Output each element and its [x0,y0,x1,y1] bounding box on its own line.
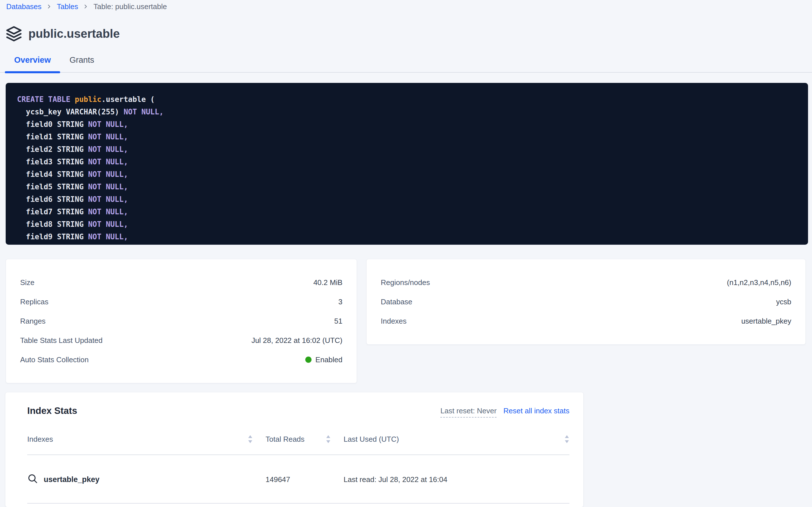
column-header-indexes[interactable]: Indexes [27,435,265,444]
sql-line: CREATE TABLE public.usertable ( [17,93,808,106]
sql-line: field3 STRING NOT NULL, [17,156,808,168]
sql-line: field5 STRING NOT NULL, [17,180,808,193]
column-header-total-reads[interactable]: Total Reads [265,435,343,444]
total-reads-value: 149647 [265,475,343,484]
detail-label: Table Stats Last Updated [20,336,103,345]
table-meta-card: Regions/nodes(n1,n2,n3,n4,n5,n6)Database… [366,259,806,345]
breadcrumb-tables[interactable]: Tables [57,2,78,11]
sort-icon[interactable] [248,435,253,444]
detail-label: Indexes [381,317,407,326]
detail-row: Size40.2 MiB [20,273,342,292]
sql-line: field4 STRING NOT NULL, [17,168,808,180]
page-title: public.usertable [28,27,120,41]
sql-line: field1 STRING NOT NULL, [17,130,808,143]
detail-value: 3 [338,297,342,306]
breadcrumb-current: Table: public.usertable [93,2,167,11]
create-table-sql-block: CREATE TABLE public.usertable ( ycsb_key… [6,83,808,245]
column-header-last-used[interactable]: Last Used (UTC) [343,435,569,444]
sql-line: ycsb_key VARCHAR(255) NOT NULL, [17,106,808,118]
last-used-value: Last read: Jul 28, 2022 at 16:04 [343,475,569,484]
detail-row: Databaseycsb [381,292,791,312]
detail-value: (n1,n2,n3,n4,n5,n6) [727,278,791,287]
detail-label: Replicas [20,297,49,306]
detail-label: Regions/nodes [381,278,430,287]
detail-value: Jul 28, 2022 at 16:02 (UTC) [251,336,342,345]
search-icon [27,473,38,486]
tabs-bar: Overview Grants [0,55,812,73]
detail-value: Enabled [305,355,342,364]
reset-index-stats-link[interactable]: Reset all index stats [503,406,569,415]
sql-line: field9 STRING NOT NULL, [17,230,808,243]
chevron-right-icon [46,3,52,10]
sql-line: field6 STRING NOT NULL, [17,193,808,206]
index-table-header: Indexes Total Reads Last Used (UTC) [27,435,569,455]
table-details-card: Size40.2 MiBReplicas3Ranges51Table Stats… [6,259,357,383]
detail-row: Replicas3 [20,292,342,312]
detail-row: Indexesusertable_pkey [381,312,791,331]
layers-icon [6,25,22,42]
sql-line: field7 STRING NOT NULL, [17,206,808,218]
page-header: public.usertable [6,25,812,42]
detail-row: Regions/nodes(n1,n2,n3,n4,n5,n6) [381,273,791,292]
detail-label: Auto Stats Collection [20,355,88,364]
detail-label: Size [20,278,35,287]
sql-line: field8 STRING NOT NULL, [17,218,808,230]
index-name-link[interactable]: usertable_pkey [27,473,265,486]
breadcrumb-databases[interactable]: Databases [6,2,42,11]
index-table-body: usertable_pkey149647Last read: Jul 28, 2… [27,455,569,504]
index-stats-card: Index Stats Last reset: Never Reset all … [5,392,583,507]
index-name: usertable_pkey [44,475,100,484]
detail-value: 51 [334,317,342,326]
status-dot [305,356,312,363]
sort-icon[interactable] [564,435,569,444]
detail-label: Ranges [20,317,46,326]
detail-row: Table Stats Last UpdatedJul 28, 2022 at … [20,331,342,350]
detail-value: ycsb [776,297,791,306]
breadcrumb: Databases Tables Table: public.usertable [0,0,812,13]
sql-line: field2 STRING NOT NULL, [17,143,808,156]
index-stats-title: Index Stats [27,405,77,416]
detail-row: Auto Stats CollectionEnabled [20,350,342,369]
tab-grants[interactable]: Grants [60,55,104,72]
detail-value: usertable_pkey [741,317,791,326]
details-section: Size40.2 MiBReplicas3Ranges51Table Stats… [6,259,806,383]
index-table-row: usertable_pkey149647Last read: Jul 28, 2… [27,455,569,504]
detail-label: Database [381,297,412,306]
sort-icon[interactable] [326,435,331,444]
sql-line: field0 STRING NOT NULL, [17,118,808,130]
tab-overview[interactable]: Overview [5,55,60,72]
chevron-right-icon [82,3,89,10]
detail-value: 40.2 MiB [313,278,342,287]
detail-row: Ranges51 [20,312,342,331]
last-reset-label: Last reset: Never [440,406,497,417]
